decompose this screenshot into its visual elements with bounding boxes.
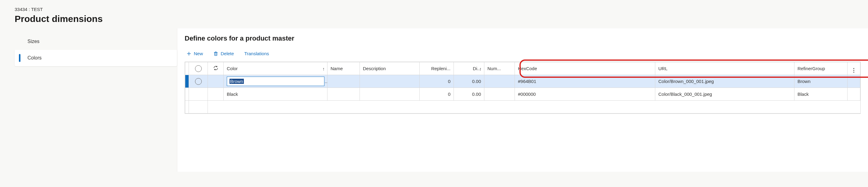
translations-label: Translations — [244, 51, 269, 56]
svg-rect-2 — [215, 53, 217, 56]
table-row[interactable]: Brown 0 0.00 #964B01 Color/Brown_000_001… — [185, 75, 860, 88]
row-select[interactable] — [189, 75, 208, 88]
cell-name[interactable] — [328, 88, 360, 101]
cell-url[interactable]: Color/Black_000_001.jpeg — [655, 88, 795, 101]
row-select[interactable] — [189, 88, 208, 101]
cell-replenish[interactable]: 0 — [420, 88, 454, 101]
delete-label: Delete — [221, 51, 234, 56]
cell-refinergroup[interactable]: Brown — [795, 75, 847, 88]
circle-icon — [195, 78, 202, 85]
cell-display[interactable]: 0.00 — [454, 88, 484, 101]
cell-display[interactable]: 0.00 — [454, 75, 484, 88]
breadcrumb: 33434 : TEST — [14, 7, 868, 12]
main-panel: Define colors for a product master New D… — [177, 28, 868, 172]
row-refresh-cell — [208, 88, 224, 101]
circle-icon — [195, 65, 202, 72]
trash-icon — [213, 51, 218, 56]
sidebar-item-colors[interactable]: Colors — [14, 50, 177, 66]
more-vert-icon — [854, 68, 854, 72]
cell-url[interactable]: Color/Brown_000_001.jpeg — [655, 75, 795, 88]
toolbar: New Delete Translations — [185, 51, 861, 56]
cell-more — [847, 75, 860, 88]
cell-hexcode[interactable]: #964B01 — [515, 75, 655, 88]
sort-asc-icon: ↑ — [322, 66, 325, 71]
cell-color[interactable]: Black — [224, 88, 328, 101]
select-all-header[interactable] — [189, 62, 208, 75]
color-input-value: Brown — [229, 79, 244, 84]
new-label: New — [194, 51, 203, 56]
cell-more — [847, 88, 860, 101]
cell-hexcode[interactable]: #000000 — [515, 88, 655, 101]
col-header-description[interactable]: Description — [360, 62, 420, 75]
cell-name[interactable] — [328, 75, 360, 88]
col-header-hexcode[interactable]: HexCode — [515, 62, 655, 75]
col-header-refinergroup[interactable]: RefinerGroup — [795, 62, 847, 75]
table-row-empty — [185, 101, 860, 114]
col-header-replenish[interactable]: Repleni... — [420, 62, 454, 75]
cell-number[interactable] — [484, 75, 515, 88]
cell-replenish[interactable]: 0 — [420, 75, 454, 88]
col-header-number[interactable]: Num... — [484, 62, 515, 75]
color-input[interactable]: Brown — [227, 76, 324, 86]
sidebar: Sizes Colors — [0, 28, 177, 66]
section-title: Define colors for a product master — [185, 34, 861, 42]
cell-color[interactable]: Brown — [224, 75, 328, 88]
row-marker — [185, 75, 189, 88]
sort-asc-icon: ↑ — [479, 66, 482, 71]
cell-refinergroup[interactable]: Black — [795, 88, 847, 101]
col-header-color[interactable]: Color ↑ — [224, 62, 328, 75]
grid: Color ↑ Name Description Repleni... Di..… — [185, 62, 861, 114]
row-refresh-cell — [208, 75, 224, 88]
refresh-icon — [213, 65, 219, 71]
col-header-name[interactable]: Name — [328, 62, 360, 75]
page-title: Product dimensions — [14, 14, 868, 24]
row-marker — [185, 88, 189, 101]
grid-header-row: Color ↑ Name Description Repleni... Di..… — [185, 62, 860, 75]
cell-number[interactable] — [484, 88, 515, 101]
translations-button[interactable]: Translations — [244, 51, 269, 56]
sidebar-item-label: Sizes — [28, 39, 39, 44]
delete-button[interactable]: Delete — [213, 51, 234, 56]
sidebar-item-sizes[interactable]: Sizes — [14, 33, 177, 50]
col-header-display[interactable]: Di... ↑ — [454, 62, 484, 75]
cell-description[interactable] — [360, 88, 420, 101]
cell-description[interactable] — [360, 75, 420, 88]
new-button[interactable]: New — [186, 51, 203, 56]
refresh-header[interactable] — [208, 62, 224, 75]
row-marker-header — [185, 62, 189, 75]
plus-icon — [186, 51, 191, 56]
col-header-url[interactable]: URL — [655, 62, 795, 75]
sidebar-item-label: Colors — [28, 55, 41, 60]
table-row[interactable]: Black 0 0.00 #000000 Color/Black_000_001… — [185, 88, 860, 101]
col-header-more[interactable] — [847, 62, 860, 75]
